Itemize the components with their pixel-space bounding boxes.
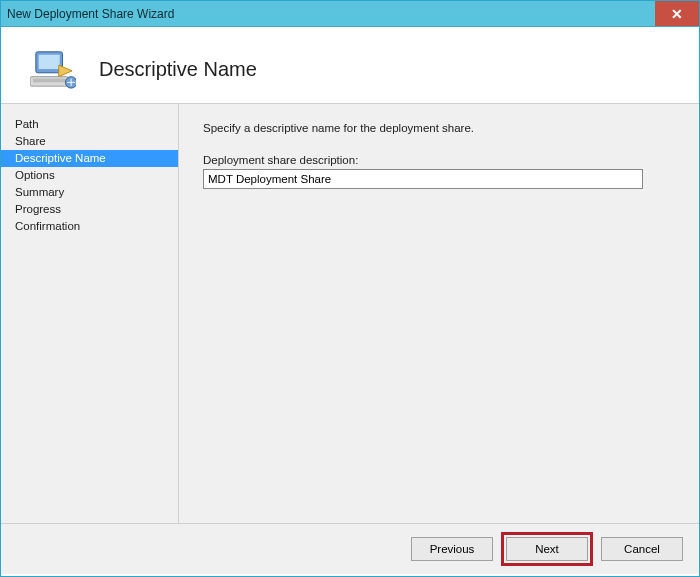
wizard-footer: Previous Next Cancel	[1, 524, 699, 574]
page-title: Descriptive Name	[99, 58, 257, 81]
nav-item-summary[interactable]: Summary	[1, 184, 178, 201]
nav-item-path[interactable]: Path	[1, 116, 178, 133]
description-label: Deployment share description:	[203, 154, 679, 166]
cancel-button[interactable]: Cancel	[601, 537, 683, 561]
next-button[interactable]: Next	[506, 537, 588, 561]
previous-button[interactable]: Previous	[411, 537, 493, 561]
svg-rect-1	[39, 55, 60, 69]
titlebar: New Deployment Share Wizard ✕	[1, 1, 699, 27]
close-button[interactable]: ✕	[655, 1, 699, 26]
description-input[interactable]	[203, 169, 643, 189]
computer-deploy-icon	[29, 45, 77, 93]
nav-item-share[interactable]: Share	[1, 133, 178, 150]
nav-item-options[interactable]: Options	[1, 167, 178, 184]
wizard-nav: Path Share Descriptive Name Options Summ…	[1, 104, 179, 523]
nav-item-descriptive-name[interactable]: Descriptive Name	[1, 150, 178, 167]
close-icon: ✕	[671, 6, 683, 22]
content-area: Path Share Descriptive Name Options Summ…	[1, 103, 699, 524]
main-panel: Specify a descriptive name for the deplo…	[179, 104, 699, 523]
next-highlight: Next	[501, 532, 593, 566]
header-panel: Descriptive Name	[1, 27, 699, 103]
nav-item-confirmation[interactable]: Confirmation	[1, 218, 178, 235]
nav-item-progress[interactable]: Progress	[1, 201, 178, 218]
window-title: New Deployment Share Wizard	[7, 7, 655, 21]
instruction-text: Specify a descriptive name for the deplo…	[203, 122, 679, 134]
svg-rect-3	[33, 79, 65, 83]
